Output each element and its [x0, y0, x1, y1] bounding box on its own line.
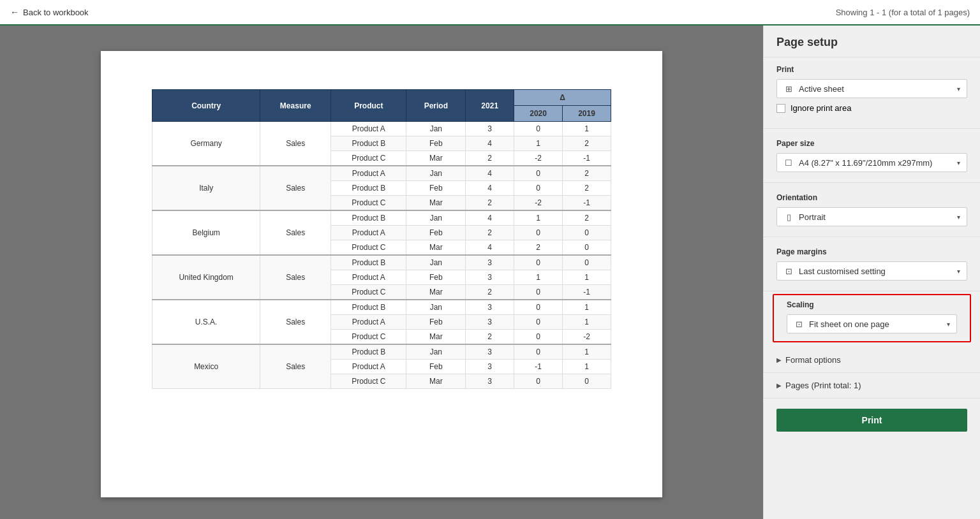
cell-period: Feb — [406, 181, 466, 196]
cell-measure: Sales — [260, 210, 331, 255]
page-margins-section: Page margins ⊡ Last customised setting ▾ — [764, 240, 980, 288]
cell-product: Product C — [331, 151, 406, 166]
scaling-dropdown[interactable]: ⊡ Fit sheet on one page ▾ — [787, 314, 957, 333]
cell-country: U.S.A. — [152, 300, 260, 344]
pages-row[interactable]: ▶ Pages (Print total: 1) — [764, 376, 980, 395]
pages-expand-icon: ▶ — [776, 382, 782, 389]
delta-header: Δ — [514, 90, 611, 106]
scaling-label: Scaling — [787, 300, 957, 309]
paper-size-label: Paper size — [776, 139, 967, 148]
cell-period: Mar — [406, 196, 466, 211]
cell-2020: -2 — [514, 196, 563, 211]
col-header-product: Product — [331, 90, 406, 122]
cell-period: Feb — [406, 270, 466, 285]
cell-2021: 4 — [466, 240, 514, 256]
cell-product: Product B — [331, 210, 406, 226]
pages-label: Pages (Print total: 1) — [785, 381, 861, 390]
cell-measure: Sales — [260, 344, 331, 389]
col-header-measure: Measure — [260, 90, 331, 122]
cell-period: Jan — [406, 166, 466, 181]
cell-2020: 0 — [514, 285, 563, 300]
cell-period: Jan — [406, 122, 466, 136]
cell-2019: -1 — [563, 151, 611, 166]
cell-period: Jan — [406, 255, 466, 270]
cell-2019: 2 — [563, 210, 611, 226]
cell-2020: 0 — [514, 300, 563, 315]
cell-product: Product B — [331, 344, 406, 360]
cell-country: Belgium — [152, 210, 260, 255]
scaling-value: Fit sheet on one page — [809, 319, 889, 329]
page-margins-dropdown[interactable]: ⊡ Last customised setting ▾ — [776, 261, 967, 281]
orientation-dropdown[interactable]: ▯ Portrait ▾ — [776, 207, 967, 226]
cell-product: Product A — [331, 360, 406, 374]
col-header-period: Period — [406, 90, 466, 122]
cell-2021: 2 — [466, 226, 514, 240]
cell-product: Product A — [331, 122, 406, 136]
cell-2019: 0 — [563, 374, 611, 389]
cell-product: Product C — [331, 196, 406, 211]
col-header-2019: 2019 — [563, 106, 611, 122]
print-button[interactable]: Print — [776, 409, 967, 432]
cell-2019: 2 — [563, 166, 611, 181]
print-preview-area: Country Measure Product Period 2021 Δ 20… — [0, 26, 763, 519]
orientation-label: Orientation — [776, 193, 967, 202]
page-margins-value: Last customised setting — [799, 267, 886, 276]
cell-period: Feb — [406, 136, 466, 151]
cell-period: Mar — [406, 151, 466, 166]
cell-measure: Sales — [260, 166, 331, 210]
margins-icon: ⊡ — [783, 266, 794, 276]
cell-period: Feb — [406, 360, 466, 374]
right-panel: Page setup Print ⊞ Active sheet ▾ Ignore… — [763, 26, 980, 519]
cell-2020: -2 — [514, 151, 563, 166]
cell-2021: 3 — [466, 360, 514, 374]
cell-2021: 3 — [466, 315, 514, 330]
print-dropdown[interactable]: ⊞ Active sheet ▾ — [776, 79, 967, 98]
cell-2019: -2 — [563, 330, 611, 345]
page-preview: Country Measure Product Period 2021 Δ 20… — [101, 51, 662, 497]
paper-size-section: Paper size ☐ A4 (8.27" x 11.69"/210mm x2… — [764, 131, 980, 180]
cell-product: Product A — [331, 226, 406, 240]
paper-icon: ☐ — [783, 157, 794, 168]
main-layout: Country Measure Product Period 2021 Δ 20… — [0, 26, 980, 519]
cell-country: Germany — [152, 122, 260, 166]
cell-measure: Sales — [260, 122, 331, 166]
cell-2020: 0 — [514, 166, 563, 181]
cell-2020: 0 — [514, 330, 563, 345]
cell-2019: 1 — [563, 122, 611, 136]
cell-product: Product C — [331, 330, 406, 345]
cell-2019: 0 — [563, 226, 611, 240]
cell-2019: 0 — [563, 240, 611, 256]
margins-chevron: ▾ — [957, 268, 960, 275]
cell-2019: 1 — [563, 344, 611, 360]
format-options-label: Format options — [785, 355, 841, 365]
print-section-label: Print — [776, 65, 967, 74]
panel-title: Page setup — [764, 26, 980, 57]
format-options-row[interactable]: ▶ Format options — [764, 350, 980, 370]
data-table: Country Measure Product Period 2021 Δ 20… — [152, 89, 611, 389]
cell-product: Product A — [331, 270, 406, 285]
cell-product: Product A — [331, 166, 406, 181]
cell-2021: 3 — [466, 255, 514, 270]
cell-2020: 0 — [514, 122, 563, 136]
col-header-2021: 2021 — [466, 90, 514, 122]
back-button[interactable]: ← Back to workbook — [10, 7, 89, 17]
cell-2021: 4 — [466, 210, 514, 226]
cell-country: Italy — [152, 166, 260, 210]
cell-2020: 1 — [514, 136, 563, 151]
cell-2020: 1 — [514, 210, 563, 226]
topbar: ← Back to workbook Showing 1 - 1 (for a … — [0, 0, 980, 26]
cell-2021: 4 — [466, 181, 514, 196]
print-dropdown-chevron: ▾ — [957, 85, 960, 92]
paper-size-value: A4 (8.27" x 11.69"/210mm x297mm) — [799, 158, 932, 168]
cell-period: Feb — [406, 226, 466, 240]
cell-product: Product A — [331, 315, 406, 330]
cell-period: Jan — [406, 300, 466, 315]
cell-2019: 0 — [563, 255, 611, 270]
cell-2021: 4 — [466, 136, 514, 151]
col-header-2020: 2020 — [514, 106, 563, 122]
cell-2021: 3 — [466, 270, 514, 285]
ignore-print-area-row: Ignore print area — [776, 103, 967, 113]
cell-2020: -1 — [514, 360, 563, 374]
paper-size-dropdown[interactable]: ☐ A4 (8.27" x 11.69"/210mm x297mm) ▾ — [776, 153, 967, 172]
ignore-print-area-checkbox[interactable] — [776, 104, 785, 113]
